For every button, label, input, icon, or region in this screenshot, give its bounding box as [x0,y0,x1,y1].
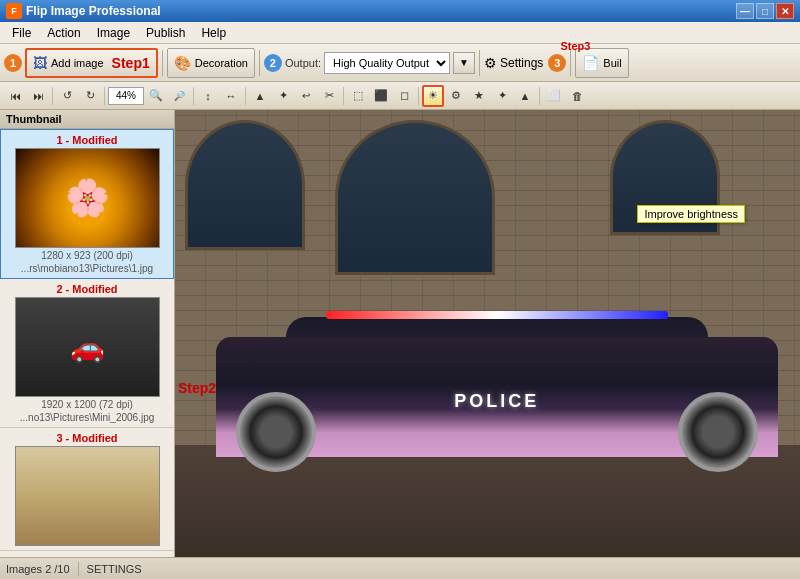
thumbnail-panel: Thumbnail 1 - Modified 1280 x 923 (200 d… [0,110,175,557]
thumb-title-3: 3 - Modified [6,432,168,444]
main-area: Thumbnail 1 - Modified 1280 x 923 (200 d… [0,110,800,557]
thumb-title-1: 1 - Modified [7,134,167,146]
separator-2 [259,50,260,76]
build-button[interactable]: 📄 Buil [575,48,628,78]
up-btn[interactable]: ▲ [249,85,271,107]
decoration-label: Decoration [195,57,248,69]
thumbnail-item-1[interactable]: 1 - Modified 1280 x 923 (200 dpi) ...rs\… [0,129,174,279]
police-text: POLICE [454,391,539,412]
image-canvas: POLICE Improve brightness [175,110,800,557]
tb2-sep-5 [343,87,344,105]
settings-icon: ⚙ [484,55,497,71]
thumbnail-item-3[interactable]: 3 - Modified [0,428,174,551]
zoom-in-btn[interactable]: 🔍 [145,85,167,107]
add-image-button[interactable]: 🖼 Add image Step1 [25,48,158,78]
zoom-input[interactable]: 44% [108,87,144,105]
improve-brightness-tooltip: Improve brightness [637,205,745,223]
wheel-left [236,392,316,472]
star-btn[interactable]: ★ [468,85,490,107]
maximize-button[interactable]: □ [756,3,774,19]
output-select[interactable]: High Quality Output Standard Output Web … [324,52,450,74]
thumb-image-2 [15,297,160,397]
effect1-btn[interactable]: ✦ [272,85,294,107]
status-sep [78,562,79,576]
status-text: SETTINGS [87,563,142,575]
menu-image[interactable]: Image [89,24,138,42]
rotate-left-btn[interactable]: ↺ [56,85,78,107]
output-extra-btn[interactable]: ▼ [453,52,475,74]
status-bar: Images 2 /10 SETTINGS [0,557,800,579]
thumbnail-header: Thumbnail [0,110,174,129]
delete-btn[interactable]: 🗑 [566,85,588,107]
secondary-toolbar: ⏮ ⏭ ↺ ↻ 44% 🔍 🔎 ↕ ↔ ▲ ✦ ↩ ✂ ⬚ ⬛ ◻ ☀ ⚙ ★ … [0,82,800,110]
decoration-icon: 🎨 [174,55,191,71]
separator-3 [479,50,480,76]
title-bar: F Flip Image Professional — □ ✕ [0,0,800,22]
light-btn[interactable]: ◻ [393,85,415,107]
panel-btn[interactable]: ⬜ [543,85,565,107]
thumb-3-img [16,447,159,545]
tb2-sep-2 [104,87,105,105]
menu-bar: File Action Image Publish Help [0,22,800,44]
thumb-dim-1: 1280 x 923 (200 dpi) [7,250,167,261]
crop-btn[interactable]: ✂ [318,85,340,107]
thumb-image-3 [15,446,160,546]
step3-circle: 3 [548,54,566,72]
settings-label: Settings [500,56,543,70]
tb2-sep-4 [245,87,246,105]
thumb-path-2: ...no13\Pictures\Mini_2006.jpg [6,412,168,423]
add-image-icon: 🖼 [33,55,47,71]
thumb-flower-img [16,149,159,247]
main-toolbar: 1 🖼 Add image Step1 🎨 Decoration 2 Outpu… [0,44,800,82]
separator-4 [570,50,571,76]
tb2-sep-1 [52,87,53,105]
app-icon: F [6,3,22,19]
wheel-right [678,392,758,472]
tb2-sep-7 [539,87,540,105]
step1-label: Step1 [112,55,150,71]
step3-label: Step3 [560,40,590,52]
thumb-dim-2: 1920 x 1200 (72 dpi) [6,399,168,410]
undo-btn[interactable]: ↩ [295,85,317,107]
thumb-car-img [16,298,159,396]
thumbnail-scroll[interactable]: 1 - Modified 1280 x 923 (200 dpi) ...rs\… [0,129,174,557]
menu-publish[interactable]: Publish [138,24,193,42]
police-scene: POLICE [175,110,800,557]
minimize-button[interactable]: — [736,3,754,19]
flip-v-btn[interactable]: ↕ [197,85,219,107]
car-container: POLICE [206,231,787,477]
menu-action[interactable]: Action [39,24,88,42]
close-button[interactable]: ✕ [776,3,794,19]
tb2-sep-3 [193,87,194,105]
last-frame-btn[interactable]: ⏭ [27,85,49,107]
settings2-btn[interactable]: ⚙ [445,85,467,107]
build-icon: 📄 [582,55,599,71]
thumbnail-item-2[interactable]: 2 - Modified 1920 x 1200 (72 dpi) ...no1… [0,279,174,428]
separator-1 [162,50,163,76]
police-light-bar [326,311,667,319]
app-title: Flip Image Professional [26,4,736,18]
menu-file[interactable]: File [4,24,39,42]
frame-btn[interactable]: ⬚ [347,85,369,107]
step2-circle: 2 [264,54,282,72]
rotate-right-btn[interactable]: ↻ [79,85,101,107]
window-controls: — □ ✕ [736,3,794,19]
thumb-path-1: ...rs\mobiano13\Pictures\1.jpg [7,263,167,274]
menu-help[interactable]: Help [193,24,234,42]
thumb-title-2: 2 - Modified [6,283,168,295]
thumb-image-1 [15,148,160,248]
add-image-label: Add image [51,57,104,69]
triangle-btn[interactable]: ▲ [514,85,536,107]
first-frame-btn[interactable]: ⏮ [4,85,26,107]
dark-btn[interactable]: ⬛ [370,85,392,107]
decoration-button[interactable]: 🎨 Decoration [167,48,255,78]
effect2-btn[interactable]: ✦ [491,85,513,107]
build-label: Buil [603,57,621,69]
flip-h-btn[interactable]: ↔ [220,85,242,107]
step1-circle: 1 [4,54,22,72]
images-count: Images 2 /10 [6,563,70,575]
brightness-btn active-btn[interactable]: ☀ [422,85,444,107]
tb2-sep-6 [418,87,419,105]
zoom-out-btn[interactable]: 🔎 [168,85,190,107]
output-label: Output: [285,57,321,69]
